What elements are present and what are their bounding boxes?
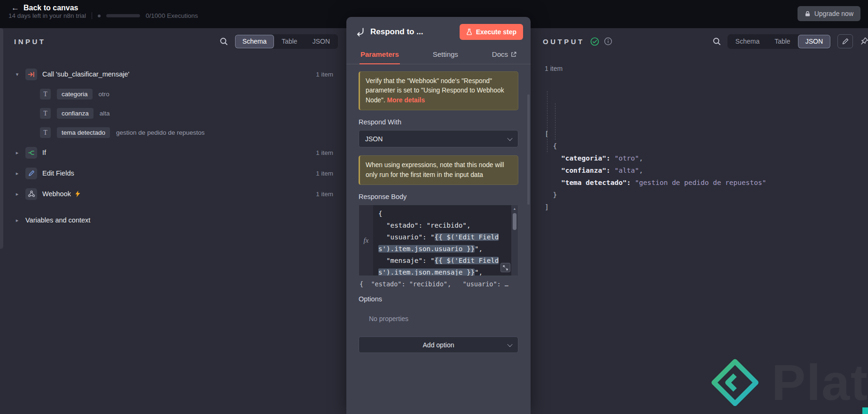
upgrade-now-button[interactable]: Upgrade now [798, 6, 860, 21]
flask-icon [466, 29, 472, 35]
chevron-down-icon [507, 341, 512, 346]
chevron-down-icon[interactable]: ▾ [14, 71, 20, 77]
tab-schema[interactable]: Schema [235, 35, 274, 48]
expand-editor-button[interactable] [500, 263, 510, 272]
node-tab-docs[interactable]: Docs [491, 46, 517, 64]
item-count: 1 item [316, 149, 333, 156]
search-icon[interactable] [219, 37, 228, 46]
pencil-icon [842, 38, 849, 45]
chevron-right-icon[interactable]: ▸ [14, 191, 20, 197]
response-body-editor[interactable]: fx { "estado": "recibido", "usuario": "{… [359, 205, 518, 276]
executions-dot-icon [98, 15, 101, 17]
chevron-right-icon[interactable]: ▸ [14, 170, 20, 176]
input-panel-edge-handle[interactable] [0, 28, 3, 249]
node-label: Edit Fields [42, 169, 74, 177]
output-panel-header: OUTPUT SchemaTableJSON [531, 28, 868, 54]
schema-node-row[interactable]: ▸Edit Fields1 item [0, 163, 346, 184]
parameters-pane: Verify that the "Webhook" node's "Respon… [346, 64, 531, 414]
webhook-node-icon [25, 188, 37, 200]
expression-info-callout: When using expressions, note that this n… [359, 155, 518, 185]
input-schema-tree: ▾Call 'sub_clasificar_mensaje'1 itemTcat… [0, 54, 346, 230]
code-content[interactable]: { "estado": "recibido", "usuario": "{{ $… [373, 205, 518, 276]
output-view-tabs: SchemaTableJSON [727, 34, 831, 49]
modal-scrollbar-thumb[interactable] [527, 94, 530, 205]
trial-text: 14 days left in your n8n trial [8, 12, 86, 19]
node-settings-tabs: ParametersSettingsDocs [346, 46, 531, 64]
expression-token: {{ $('Edit Field [435, 233, 499, 241]
code-line: "mensaje": "{{ $('Edit Field [378, 255, 509, 267]
code-line: "estado": "recibido", [378, 220, 509, 231]
app-window: ← Back to canvas 14 days left in your n8… [0, 0, 868, 414]
expression-info-text: When using expressions, note that this n… [366, 161, 504, 178]
edit-output-button[interactable] [837, 34, 853, 48]
expression-result-preview: { "estado": "recibido", "usuario": … [360, 280, 517, 288]
schema-field-row[interactable]: Ttema detectadogestion de pedido de repu… [0, 123, 346, 142]
if-node-icon [25, 147, 37, 159]
tab-json[interactable]: JSON [798, 35, 830, 48]
code-line: { [378, 208, 509, 220]
schema-field-row[interactable]: Tconfianzaalta [0, 104, 346, 123]
tab-table[interactable]: Table [767, 35, 797, 48]
tab-json[interactable]: JSON [305, 35, 337, 48]
options-empty-text: No properties [369, 315, 518, 322]
tab-table[interactable]: Table [274, 35, 304, 48]
json-line: "categoria": "otro", [545, 152, 854, 164]
more-details-link[interactable]: More details [387, 97, 425, 104]
scrollbar-thumb[interactable] [513, 213, 516, 230]
input-panel-header: INPUT SchemaTableJSON [0, 28, 346, 54]
call-node-icon [25, 69, 37, 80]
edit-node-icon [25, 168, 37, 179]
options-label: Options [359, 295, 518, 303]
indent-guide [547, 91, 547, 152]
string-type-icon: T [40, 127, 51, 138]
back-to-canvas-link[interactable]: ← Back to canvas [11, 3, 78, 13]
node-tab-settings[interactable]: Settings [432, 46, 459, 64]
schema-node-row[interactable]: ▸If1 item [0, 142, 346, 163]
pin-data-button[interactable] [860, 37, 868, 46]
warning-text: Verify that the "Webhook" node's "Respon… [366, 77, 504, 104]
respond-with-select[interactable]: JSON [359, 130, 518, 147]
field-value: gestion de pedido de repuestos [116, 129, 204, 136]
field-name: confianza [57, 108, 94, 119]
back-label: Back to canvas [23, 4, 78, 12]
success-check-icon [590, 37, 599, 46]
output-json-view[interactable]: [ { "categoria": "otro", "confianza": "a… [531, 75, 868, 213]
schema-field-row[interactable]: Tcategoriaotro [0, 84, 346, 104]
scroll-up-icon[interactable]: ▲ [511, 205, 518, 212]
expression-fx-toggle[interactable]: fx [359, 205, 373, 276]
node-tab-parameters[interactable]: Parameters [360, 46, 400, 64]
external-link-icon [511, 52, 516, 57]
item-count: 1 item [316, 191, 333, 198]
input-panel: INPUT SchemaTableJSON ▾Call 'sub_clasifi… [0, 28, 346, 414]
respond-with-label: Respond With [359, 118, 518, 126]
json-line: "confianza": "alta", [545, 164, 854, 176]
chevron-right-icon[interactable]: ▸ [14, 150, 20, 156]
schema-node-row[interactable]: ▸Variables and context [0, 210, 346, 230]
json-line: ] [545, 201, 854, 213]
output-panel-title: OUTPUT [543, 38, 585, 46]
divider [92, 12, 92, 19]
node-label: If [42, 149, 46, 156]
search-icon[interactable] [712, 37, 721, 46]
output-items-count: 1 item [531, 54, 868, 75]
field-value: otro [99, 91, 109, 98]
input-view-tabs: SchemaTableJSON [235, 34, 338, 49]
schema-node-row[interactable]: ▸Webhook1 item [0, 184, 346, 204]
lightning-trigger-icon [75, 191, 80, 197]
add-option-button[interactable]: Add option [359, 337, 518, 353]
execute-step-button[interactable]: Execute step [460, 24, 523, 40]
respond-with-value: JSON [365, 135, 383, 143]
chevron-right-icon[interactable]: ▸ [14, 217, 20, 223]
schema-node-row[interactable]: ▾Call 'sub_clasificar_mensaje'1 item [0, 64, 346, 84]
tab-schema[interactable]: Schema [728, 35, 766, 48]
info-icon[interactable] [604, 37, 612, 46]
expression-token: s').item.json.mensaje }} [378, 268, 475, 276]
modal-header: Respond to ... Execute step [346, 17, 531, 44]
executions-progress-bar [106, 14, 140, 17]
expression-token: s').item.json.usuario }} [378, 245, 475, 253]
json-line: [ [545, 128, 854, 140]
node-title: Respond to ... [370, 27, 454, 37]
response-body-label: Response Body [359, 193, 518, 200]
editor-scrollbar[interactable]: ▲ [511, 205, 518, 276]
input-panel-title: INPUT [14, 38, 46, 46]
